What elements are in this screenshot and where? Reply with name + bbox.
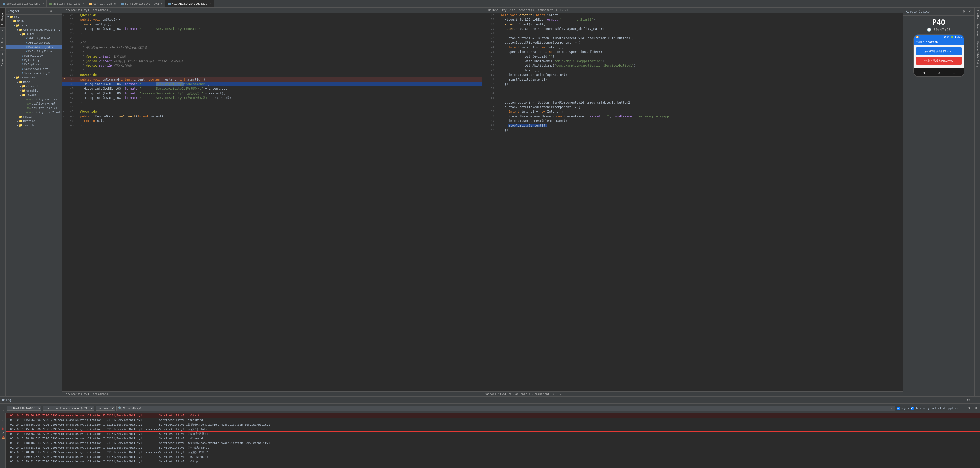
log-action-down-btn[interactable]: ↓ — [0, 418, 5, 422]
tab-close-btn[interactable]: ✕ — [42, 2, 44, 5]
vtab-favorites[interactable]: Favorites — [0, 50, 5, 68]
log-line-10[interactable]: 01-10 11:49:31.327 7290-7290/com.example… — [6, 454, 980, 459]
vtab-project[interactable]: 1: Project — [0, 8, 5, 27]
package-select[interactable]: com.example.myapplication (7290 — [43, 406, 94, 411]
hilog-close-btn[interactable]: — — [973, 398, 978, 402]
tab-mainabilityslice[interactable]: MainAbilitySlice.java ✕ — [165, 0, 214, 7]
tree-item-src[interactable]: ▼ 📁 src — [6, 14, 62, 19]
log-down-btn[interactable]: ↓ — [2, 409, 4, 412]
expand-arrow: ▼ — [16, 29, 19, 31]
log-left-btns: ↑ ↓ — [2, 405, 4, 412]
show-only-dropdown-btn[interactable]: ▼ — [967, 406, 972, 410]
tree-item-element[interactable]: ▶ 📁 element — [6, 84, 62, 88]
tree-item-myapplication[interactable]: C MyApplication — [6, 62, 62, 67]
remote-settings-btn[interactable]: ⚙ — [961, 9, 966, 14]
tree-item-abilityslice1[interactable]: C AbilitySlice1 — [6, 36, 62, 41]
phone-recent-btn[interactable]: □ — [953, 70, 955, 74]
tree-item-ability-my-xml[interactable]: ≪≫ ability_my.xml — [6, 101, 62, 106]
tab-close-btn[interactable]: ✕ — [114, 2, 116, 5]
log-line-1[interactable]: 01-10 11:45:56.905 7290-7290/com.example… — [6, 413, 980, 418]
vtab-remote-side-entry[interactable]: Remote Side Entry — [975, 39, 980, 70]
tree-item-serviceability1[interactable]: C ServiceAbility1 — [6, 67, 62, 71]
remote-close-btn[interactable]: ✕ — [967, 9, 972, 14]
code-line-48: 48 } — [62, 123, 482, 128]
phone-back-btn[interactable]: ◁ — [922, 70, 924, 74]
log-line-6[interactable]: 01-10 11:48:18.613 7290-7290/com.example… — [6, 436, 980, 441]
phone-start-service-btn[interactable]: 启动本地设备的Service — [916, 47, 962, 55]
log-line-5[interactable]: 01-10 11:45:56.906 7290-7290/com.example… — [6, 431, 980, 436]
show-only-selected-checkbox[interactable] — [910, 407, 914, 410]
tree-item-base[interactable]: ▼ 📁 base — [6, 80, 62, 84]
tree-item-rawfile[interactable]: ▶ 📁 rawfile — [6, 123, 62, 128]
tree-item-java[interactable]: ▼ 📁 java — [6, 23, 62, 27]
sidebar-settings-btn[interactable]: ⚙ — [48, 9, 53, 13]
sidebar-close-btn[interactable]: — — [54, 9, 59, 13]
line-num: 22 — [486, 36, 496, 40]
tree-item-mainability[interactable]: C MainAbility — [6, 54, 62, 58]
log-clear-btn[interactable]: 🗑 — [0, 426, 5, 430]
tree-item-ability-main-xml[interactable]: ≪≫ ability_main.xml — [6, 97, 62, 101]
hilog-settings-btn[interactable]: ⚙ — [966, 398, 971, 402]
log-line-3[interactable]: 01-10 11:45:56.906 7290-7290/com.example… — [6, 422, 980, 427]
log-line-8[interactable]: 01-10 11:48:18.613 7290-7290/com.example… — [6, 445, 980, 450]
log-content-area[interactable]: 01-10 11:45:56.905 7290-7290/com.example… — [6, 413, 980, 468]
log-search-input[interactable] — [123, 407, 889, 410]
tree-item-graphic[interactable]: ▶ 📁 graphic — [6, 88, 62, 93]
log-grid-btn[interactable]: ⊞ — [974, 406, 978, 410]
tab-close-btn[interactable]: ✕ — [83, 2, 84, 5]
log-up-btn[interactable]: ↑ — [2, 405, 4, 408]
log-line-4[interactable]: 01-10 11:45:56.906 7290-7290/com.example… — [6, 427, 980, 431]
tree-item-myability[interactable]: C MyAbility — [6, 58, 62, 62]
tree-item-com[interactable]: ▼ 📁 com.example.myappli... — [6, 27, 62, 32]
tree-item-media[interactable]: ▶ 📁 media — [6, 115, 62, 119]
log-wrap-btn[interactable]: ≡ — [0, 422, 5, 426]
regex-checkbox[interactable] — [897, 407, 900, 410]
phone-stop-service-btn[interactable]: 停止本地设备的Service — [916, 57, 962, 65]
tree-item-layout[interactable]: ▼ 📁 layout — [6, 93, 62, 97]
tab-close-btn[interactable]: ✕ — [210, 2, 211, 5]
device-select[interactable]: HUAWEI ANA-AN00 — [7, 406, 41, 411]
tab-close-btn[interactable]: ✕ — [161, 2, 162, 5]
editor-right: ✓ MainAbilitySlice › onStart() › compone… — [482, 8, 903, 396]
tab-serviceability1[interactable]: ServiceAbility1.java ✕ — [0, 0, 47, 7]
tree-label: MyAbilitySlice — [28, 50, 52, 53]
line-num: 25 — [65, 18, 76, 22]
java-icon — [3, 3, 5, 5]
gutter-icon: ↑ — [62, 114, 65, 118]
tree-item-abilityslice2[interactable]: C AbilitySlice2 — [6, 41, 62, 45]
tab-config-json[interactable]: config.json ✕ — [87, 0, 118, 7]
tree-item-slice[interactable]: ▼ 📁 slice — [6, 32, 62, 36]
tree-item-serviceability2[interactable]: C ServiceAbility2 — [6, 71, 62, 75]
gutter-icon — [62, 27, 65, 31]
editor-right-content[interactable]: 17 blic void onStart(Intent intent) { 18… — [482, 13, 903, 391]
log-line-2[interactable]: 01-10 11:45:56.906 7290-7290/com.example… — [6, 418, 980, 422]
tree-item-abilityslice2-xml[interactable]: ≪≫ abilitySlice2.xml — [6, 110, 62, 115]
log-area: ↑ ↓ ≡ 🗑 ⚙ 📤 01-10 11:45:56.905 7290-7290… — [0, 413, 980, 468]
tree-item-main[interactable]: ▼ 📁 main — [6, 19, 62, 23]
line-num: 35 — [486, 96, 496, 100]
phone-home-btn[interactable]: ○ — [938, 70, 940, 74]
gutter-icon — [482, 31, 486, 36]
phone-nav-bar: ◁ ○ □ — [914, 68, 964, 77]
log-line-11[interactable]: 01-10 11:49:31.327 7290-7290/com.example… — [6, 459, 980, 464]
tree-item-abilityslice-xml[interactable]: ≪≫ abilitySlice.xml — [6, 106, 62, 110]
tab-ability-main-xml[interactable]: ability_main.xml ✕ — [47, 0, 87, 7]
tab-serviceability2[interactable]: ServiceAbility2.java ✕ — [118, 0, 165, 7]
log-line-7[interactable]: 01-10 11:48:18.613 7290-7290/com.example… — [6, 441, 980, 445]
log-line-9[interactable]: 01-10 11:48:18.613 7290-7290/com.example… — [6, 450, 980, 454]
log-filter-btn[interactable]: ⚙ — [0, 431, 5, 435]
log-search-clear-btn[interactable]: ✕ — [889, 406, 894, 410]
log-export-btn[interactable]: 📤 — [0, 435, 5, 439]
tree-item-myabilityslice[interactable]: C MyAbilitySlice — [6, 50, 62, 54]
vtab-previewer[interactable]: Previewer — [975, 21, 980, 39]
tree-item-resources[interactable]: ▼ 📁 resources — [6, 75, 62, 80]
tree-item-mainabilityslice[interactable]: C MainAbilitySlice — [6, 45, 62, 50]
vtab-gradle[interactable]: Gradle — [975, 8, 980, 21]
vtab-structure[interactable]: Z: Structure — [0, 27, 5, 50]
level-select[interactable]: Verbose — [96, 406, 115, 411]
editor-left-content[interactable]: ↑ 24 @Override 25 public void onStop() {… — [62, 13, 482, 391]
line-content: public void onStop() { — [76, 18, 482, 22]
log-action-up-btn[interactable]: ↑ — [0, 414, 5, 417]
code-line-26: 26 super.onStop(); — [62, 22, 482, 27]
tree-item-profile[interactable]: ▶ 📁 profile — [6, 119, 62, 123]
